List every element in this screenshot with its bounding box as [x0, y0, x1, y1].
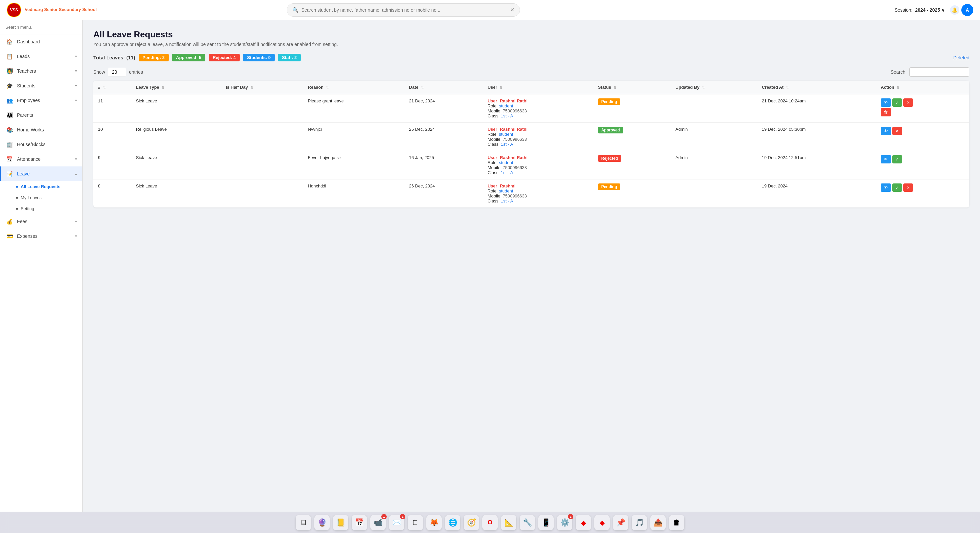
col-id: # ⇅ — [93, 81, 131, 94]
approve-button[interactable]: ✓ — [892, 98, 902, 107]
approve-button[interactable]: ✓ — [892, 155, 902, 163]
cell-id: 8 — [93, 179, 131, 208]
total-leaves-label: Total Leaves: (11) — [93, 55, 135, 61]
dock-firefox[interactable]: 🦊 — [426, 515, 442, 530]
badge-pending: Pending: 2 — [138, 54, 169, 61]
sidebar-item-parents[interactable]: 👨‍👩‍👧 Parents — [0, 108, 82, 123]
dock-safari[interactable]: 🧭 — [464, 515, 479, 530]
sort-icon-user[interactable]: ⇅ — [500, 86, 502, 89]
dock-vdmarg[interactable]: 📐 — [501, 515, 516, 530]
sidebar-item-dashboard[interactable]: 🏠 Dashboard — [0, 34, 82, 49]
sidebar-item-leads[interactable]: 📋 Leads ▾ — [0, 49, 82, 64]
reject-button[interactable]: ✕ — [903, 184, 913, 192]
session-value[interactable]: 2024 - 2025 ∨ — [915, 7, 945, 13]
sort-icon-id[interactable]: ⇅ — [103, 86, 106, 89]
dock-airdrop[interactable]: 📤 — [650, 515, 666, 530]
sidebar-search-input[interactable] — [5, 25, 77, 30]
user-name: User: — [488, 155, 500, 160]
sidebar-item-attendance[interactable]: 📅 Attendance ▾ — [0, 152, 82, 166]
chrome-icon: 🌐 — [448, 518, 457, 527]
search-label: Search: — [891, 69, 907, 75]
clear-search-icon[interactable]: ✕ — [510, 7, 514, 13]
sidebar-label-homework: Home Works — [17, 127, 77, 132]
bullet-icon — [16, 208, 18, 210]
dock-stickies[interactable]: 📌 — [613, 515, 628, 530]
dock-finder[interactable]: 🖥 — [296, 515, 311, 530]
dock-notes[interactable]: 🗒 — [408, 515, 423, 530]
class-label: Class: — [488, 113, 501, 118]
sort-icon-reason[interactable]: ⇅ — [326, 86, 329, 89]
approve-button[interactable]: ✓ — [892, 184, 902, 192]
user-mobile: 7500996633 — [503, 137, 527, 142]
sidebar-item-leave[interactable]: 📝 Leave ▴ — [0, 166, 82, 181]
user-mobile: 7500996633 — [503, 193, 527, 198]
global-search-input[interactable] — [301, 7, 508, 13]
dock-music[interactable]: 🎵 — [632, 515, 647, 530]
deleted-link[interactable]: Deleted — [953, 55, 969, 61]
reject-button[interactable]: ✕ — [892, 127, 902, 135]
dock-chrome[interactable]: 🌐 — [445, 515, 460, 530]
dock-git2[interactable]: ◆ — [594, 515, 610, 530]
sidebar-item-fees[interactable]: 💰 Fees ▾ — [0, 214, 82, 229]
sidebar-sub-my-leaves[interactable]: My Leaves — [16, 192, 82, 203]
dock-contacts[interactable]: 📒 — [333, 515, 348, 530]
dock-facetime[interactable]: 📹1 — [370, 515, 386, 530]
view-button[interactable]: 👁 — [881, 98, 891, 107]
leave-icon: 📝 — [6, 171, 13, 177]
leave-arrow-icon: ▴ — [75, 171, 77, 176]
bullet-icon — [16, 197, 18, 199]
sidebar-item-houseblocks[interactable]: 🏢 House/Blocks — [0, 137, 82, 152]
houseblocks-icon: 🏢 — [6, 141, 13, 148]
sort-icon-status[interactable]: ⇅ — [614, 86, 616, 89]
avatar-area: 🔔 A — [950, 4, 973, 16]
sort-icon-leave-type[interactable]: ⇅ — [162, 86, 164, 89]
logo-area: VSS Vedmarg Senior Secondary School — [7, 3, 97, 18]
dock-siri[interactable]: 🔮 — [314, 515, 330, 530]
mail-icon: ✉️ — [392, 518, 401, 527]
reject-button[interactable]: ✕ — [903, 98, 913, 107]
dock-appstore[interactable]: 📱 — [538, 515, 554, 530]
settings-icon: ⚙️ — [560, 518, 570, 527]
page-title: All Leave Requests — [93, 29, 969, 40]
action-buttons: 👁✕ — [881, 127, 965, 135]
view-button[interactable]: 👁 — [881, 127, 891, 135]
table-body: 11 Sick Leave Please grant leave 21 Dec,… — [93, 94, 969, 207]
user-name: User: — [488, 127, 500, 132]
cell-created-at: 19 Dec, 2024 12:51pm — [757, 151, 876, 179]
entries-count-input[interactable] — [108, 68, 126, 77]
sidebar-item-expenses[interactable]: 💳 Expenses ▾ — [0, 229, 82, 244]
sidebar-item-students[interactable]: 🎓 Students ▾ — [0, 78, 82, 93]
sidebar-sub-setting[interactable]: Setting — [16, 203, 82, 214]
delete-button[interactable]: 🗑 — [881, 108, 891, 116]
dock-calendar[interactable]: 📅 — [352, 515, 367, 530]
dock-mail[interactable]: ✉️1 — [389, 515, 404, 530]
sidebar-item-employees[interactable]: 👥 Employees ▾ — [0, 93, 82, 108]
avatar[interactable]: A — [961, 4, 973, 16]
sort-icon-date[interactable]: ⇅ — [421, 86, 424, 89]
table-search-input[interactable] — [909, 67, 969, 77]
notification-icon[interactable]: 🔔 — [950, 5, 959, 15]
cell-reason: Nvvnjci — [303, 123, 405, 151]
dock-settings[interactable]: ⚙️1 — [557, 515, 572, 530]
sidebar-item-teachers[interactable]: 👨‍🏫 Teachers ▾ — [0, 64, 82, 78]
sidebar-sub-all-leave-requests[interactable]: All Leave Requests — [16, 181, 82, 192]
user-class: 1st - A — [501, 170, 513, 175]
sort-icon-is-half-day[interactable]: ⇅ — [250, 86, 253, 89]
vdmarg-icon: 📐 — [504, 518, 513, 527]
action-row-top: 👁✓ — [881, 155, 965, 163]
music-icon: 🎵 — [635, 518, 644, 527]
cell-created-at: 21 Dec, 2024 10:24am — [757, 94, 876, 123]
dock-opera[interactable]: O — [482, 515, 498, 530]
view-button[interactable]: 👁 — [881, 155, 891, 163]
cell-updated-by: Admin — [671, 123, 757, 151]
dock-trash[interactable]: 🗑 — [669, 515, 684, 530]
sort-icon-updated-by[interactable]: ⇅ — [702, 86, 705, 89]
mobile-label: Mobile: — [488, 137, 503, 142]
sort-icon-created-at[interactable]: ⇅ — [786, 86, 789, 89]
dock-admin[interactable]: 🔧 — [520, 515, 535, 530]
view-button[interactable]: 👁 — [881, 184, 891, 192]
sidebar-item-homework[interactable]: 📚 Home Works — [0, 123, 82, 137]
action-row-top: 👁✓✕ — [881, 98, 965, 107]
dock-git1[interactable]: ◆ — [576, 515, 591, 530]
table-header-row: # ⇅ Leave Type ⇅ Is Half Day ⇅ Reason ⇅ … — [93, 81, 969, 94]
